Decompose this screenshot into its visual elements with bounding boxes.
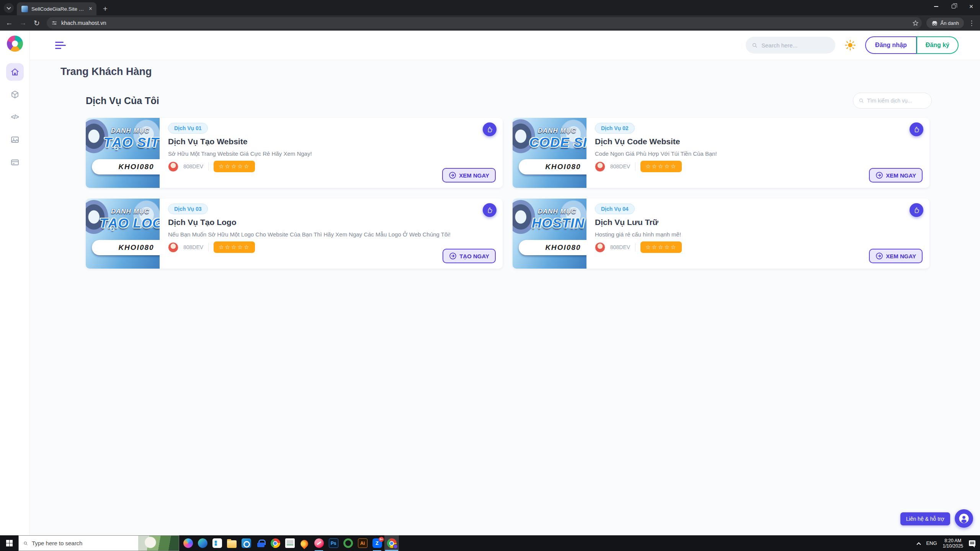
thumb-text: HOSTIN: [513, 215, 586, 231]
clock[interactable]: 8:20 AM 1/10/2025: [943, 538, 963, 549]
service-thumbnail: DANH MỤC CODE SI KHOI080: [513, 118, 586, 188]
minimize-icon: [934, 6, 938, 7]
home-icon: [10, 67, 20, 77]
like-button[interactable]: [910, 203, 923, 217]
view-now-button[interactable]: XEM NGAY: [869, 168, 923, 183]
author-avatar: [595, 242, 605, 253]
taskbar-item-zalo[interactable]: Z5+: [370, 535, 384, 551]
arrow-circle-icon: [449, 252, 457, 260]
header-search-input[interactable]: [761, 42, 829, 49]
create-now-button[interactable]: TẠO NGAY: [443, 249, 496, 263]
chrome-icon: [271, 538, 280, 548]
windows-logo-icon: [6, 540, 13, 546]
taskbar-item-edge[interactable]: [195, 535, 210, 551]
cta-label: XEM NGAY: [459, 172, 489, 179]
taskbar-search-input[interactable]: [32, 540, 134, 546]
sidebar-item-code[interactable]: </>: [6, 108, 24, 126]
taskbar-item-chrome-incognito[interactable]: [384, 535, 399, 551]
service-title[interactable]: Dịch Vụ Tạo Website: [168, 137, 247, 146]
taskbar-item-store[interactable]: [210, 535, 224, 551]
taskbar-search[interactable]: [18, 535, 179, 551]
taskbar-item-red-app[interactable]: [312, 535, 326, 551]
site-info-icon[interactable]: [51, 20, 57, 26]
url-text: khach.muahost.vn: [61, 20, 106, 26]
service-description: Sở Hữu Một Trang Website Giá Cực Rẻ Hãy …: [168, 150, 312, 157]
cta-label: TẠO NGAY: [459, 253, 489, 259]
search-icon: [23, 540, 28, 547]
service-title[interactable]: Dịch Vụ Tạo Logo: [168, 218, 237, 227]
sidebar-item-gallery[interactable]: [6, 131, 24, 148]
browser-menu-button[interactable]: ⋮: [967, 19, 976, 27]
like-button[interactable]: [483, 203, 497, 217]
forward-button[interactable]: →: [18, 19, 28, 27]
contact-support-button[interactable]: Liên hệ & hỗ trợ: [900, 512, 950, 525]
register-button[interactable]: Đăng ký: [916, 36, 959, 54]
view-now-button[interactable]: XEM NGAY: [442, 168, 496, 183]
action-center-icon[interactable]: [969, 540, 975, 546]
close-icon: ×: [969, 3, 973, 10]
window-restore-button[interactable]: [945, 0, 962, 13]
taskbar-item-green-app[interactable]: [341, 535, 355, 551]
like-button[interactable]: [483, 122, 497, 136]
taskbar-item-copilot[interactable]: [181, 535, 195, 551]
service-card[interactable]: DANH MỤC CODE SI KHOI080 Dịch Vụ 02 Dịch…: [513, 118, 929, 188]
window-minimize-button[interactable]: [927, 0, 945, 13]
site-logo-icon[interactable]: [7, 36, 23, 52]
reload-button[interactable]: ↻: [31, 19, 42, 28]
thumb-banner-text: KHOI080: [519, 240, 586, 255]
service-card[interactable]: DANH MỤC TẠO LOG KHOI080 Dịch Vụ 03 Dịch…: [86, 199, 503, 269]
microsoft-store-icon: [212, 538, 222, 548]
thumb-text: DANH MỤC: [513, 208, 586, 215]
sidebar-item-home[interactable]: [6, 63, 24, 81]
sidebar-item-billing[interactable]: [6, 153, 24, 171]
login-button[interactable]: Đăng nhập: [865, 36, 917, 54]
new-tab-button[interactable]: +: [100, 4, 110, 14]
service-search-input[interactable]: [867, 98, 926, 104]
address-bar[interactable]: khach.muahost.vn: [47, 17, 922, 29]
view-now-button[interactable]: XEM NGAY: [869, 249, 923, 263]
service-thumbnail: DANH MỤC TẠO SIT KHOI080: [86, 118, 160, 188]
bookmark-star-icon[interactable]: [912, 20, 919, 26]
language-indicator[interactable]: ENG: [926, 540, 937, 546]
window-close-button[interactable]: ×: [962, 0, 980, 13]
system-tray: ENG 8:20 AM 1/10/2025: [917, 538, 980, 549]
flame-icon: [299, 538, 310, 549]
tray-chevron-icon[interactable]: [917, 542, 921, 546]
start-button[interactable]: [0, 535, 18, 551]
taskbar-item-chrome[interactable]: [268, 535, 283, 551]
sidebar-item-products[interactable]: [6, 86, 24, 103]
header-search[interactable]: [746, 37, 835, 54]
theme-sun-icon[interactable]: [844, 39, 856, 51]
taskbar-item-photoshop[interactable]: Ps: [326, 535, 341, 551]
service-title[interactable]: Dịch Vụ Code Website: [595, 137, 680, 146]
service-card[interactable]: DANH MỤC HOSTIN KHOI080 Dịch Vụ 04 Dịch …: [513, 199, 929, 269]
taskbar-item-lock-app[interactable]: [253, 535, 268, 551]
taskbar-item-explorer[interactable]: [224, 535, 239, 551]
date: 1/10/2025: [943, 543, 963, 549]
taskbar-item-outlook[interactable]: [239, 535, 253, 551]
thumbs-up-icon: [486, 207, 493, 214]
menu-toggle-button[interactable]: [55, 42, 66, 49]
service-card[interactable]: DANH MỤC TẠO SIT KHOI080 Dịch Vụ 01 Dịch…: [86, 118, 503, 188]
back-button[interactable]: ←: [4, 19, 15, 27]
services-grid: DANH MỤC TẠO SIT KHOI080 Dịch Vụ 01 Dịch…: [86, 118, 932, 269]
taskbar-item-illustrator[interactable]: Ai: [355, 535, 370, 551]
search-highlight-image[interactable]: [138, 536, 179, 551]
service-search[interactable]: [853, 93, 932, 109]
support-chat-button[interactable]: [955, 509, 973, 528]
taskbar-item-flame-app[interactable]: [297, 535, 312, 551]
arrow-circle-icon: [875, 171, 883, 179]
tab-title: SellCodeGiaRe.Site - Hệ Thống: [31, 6, 84, 12]
thumb-banner-text: KHOI080: [92, 159, 160, 174]
page-content: </>: [0, 31, 980, 535]
service-description: Hosting giá rẻ cấu hình mạnh mẽ!: [595, 231, 681, 238]
service-title[interactable]: Dịch Vụ Lưu Trữ: [595, 218, 658, 227]
image-icon: [10, 135, 20, 144]
like-button[interactable]: [910, 122, 923, 136]
author-name: 808DEV: [183, 244, 203, 250]
file-explorer-icon: [227, 540, 237, 548]
browser-tab[interactable]: SellCodeGiaRe.Site - Hệ Thống ×: [17, 2, 96, 15]
tab-close-icon[interactable]: ×: [88, 6, 93, 12]
taskbar-item-notes[interactable]: [283, 535, 297, 551]
tab-search-button[interactable]: [4, 3, 14, 13]
